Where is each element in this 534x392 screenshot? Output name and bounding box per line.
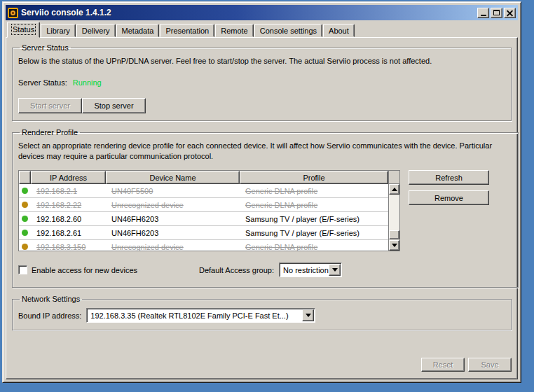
minimize-button[interactable] [477, 8, 489, 18]
maximize-icon [493, 10, 500, 15]
tab-label: Presentation [165, 27, 209, 35]
close-icon [507, 10, 513, 16]
renderer-profile-group-title: Renderer Profile [20, 128, 80, 136]
device-table-body: 192.168.2.1 UN40F5500 Generic DLNA profi… [19, 184, 388, 251]
column-header-profile[interactable]: Profile [240, 171, 388, 184]
device-table-scrollbar[interactable] [388, 171, 399, 251]
device-status-dot-icon [22, 188, 28, 194]
tab-metadata[interactable]: Metadata [116, 24, 160, 37]
device-ip-cell: 192.168.3.150 [31, 243, 106, 251]
server-status-value: Running [73, 78, 102, 87]
remove-button[interactable]: Remove [409, 190, 489, 205]
footer-button-bar: Reset Save [12, 358, 512, 372]
arrow-down-icon [392, 244, 397, 247]
tab-label: Delivery [82, 27, 110, 35]
minimize-icon [481, 15, 486, 16]
device-table-header: IP Address Device Name Profile [19, 171, 388, 184]
refresh-button[interactable]: Refresh [409, 170, 489, 185]
tab-console-settings[interactable]: Console settings [254, 24, 322, 37]
chevron-down-icon [332, 268, 338, 272]
default-access-group-value: No restriction [280, 266, 329, 274]
table-row[interactable]: 192.168.3.150 Unrecognized device Generi… [19, 240, 388, 251]
server-status-label: Server Status: [18, 78, 67, 87]
scrollbar-track[interactable] [389, 195, 399, 240]
device-status-cell [19, 244, 31, 250]
tab-about[interactable]: About [323, 24, 355, 37]
device-name-cell: Unrecognized device [106, 201, 240, 209]
tab-delivery[interactable]: Delivery [76, 24, 116, 37]
tab-label: About [329, 27, 349, 35]
save-button[interactable]: Save [468, 358, 512, 372]
enable-access-label: Enable access for new devices [32, 266, 137, 274]
device-ip-cell: 192.168.2.22 [31, 201, 106, 209]
column-header-status[interactable] [19, 171, 31, 184]
start-server-button[interactable]: Start server [18, 98, 82, 113]
table-row[interactable]: 192.168.2.1 UN40F5500 Generic DLNA profi… [19, 184, 388, 198]
tab-status[interactable]: Status [7, 22, 40, 38]
scrollbar-corner [389, 171, 399, 184]
device-ip-cell: 192.168.2.61 [31, 229, 106, 237]
stop-server-button[interactable]: Stop server [82, 98, 146, 113]
bound-ip-dropdown[interactable]: 192.168.3.35 (Realtek RTL8102E Family PC… [86, 308, 315, 323]
scroll-up-button[interactable] [389, 184, 399, 195]
table-row[interactable]: 192.168.2.61 UN46FH6203 Samsung TV / pla… [19, 226, 388, 240]
tab-label: Console settings [260, 27, 317, 35]
device-table: IP Address Device Name Profile 192.168.2… [18, 170, 400, 251]
device-name-cell: UN46FH6203 [106, 229, 240, 237]
device-ip-cell: 192.168.2.1 [31, 187, 106, 195]
reset-button[interactable]: Reset [421, 358, 465, 372]
bound-ip-value: 192.168.3.35 (Realtek RTL8102E Family PC… [87, 312, 302, 320]
renderer-profile-group: Renderer Profile Select an appropriate r… [12, 128, 519, 288]
scroll-down-button[interactable] [389, 240, 399, 251]
scrollbar-thumb[interactable] [389, 230, 399, 239]
window-title: Serviio console 1.4.1.2 [21, 8, 474, 18]
tab-bar: StatusLibraryDeliveryMetadataPresentatio… [6, 20, 518, 37]
serviio-app-icon [8, 8, 18, 18]
device-ip-cell: 192.168.2.60 [31, 215, 106, 223]
status-tab-panel: Server Status Below is the status of the… [6, 37, 518, 379]
device-name-cell: Unrecognized device [106, 243, 240, 251]
tab-library[interactable]: Library [41, 24, 76, 37]
device-status-dot-icon [22, 244, 28, 250]
device-profile-cell: Generic DLNA profile [240, 201, 388, 209]
renderer-profile-description: Select an appropriate rendering device p… [18, 141, 512, 162]
desktop-background: Serviio console 1.4.1.2 StatusLibraryDel… [0, 0, 534, 392]
tab-remote[interactable]: Remote [215, 24, 254, 37]
tab-label: Status [13, 25, 34, 34]
arrow-up-icon [392, 188, 397, 191]
title-bar[interactable]: Serviio console 1.4.1.2 [6, 5, 518, 20]
device-status-dot-icon [22, 230, 28, 236]
window-controls [477, 8, 516, 18]
close-button[interactable] [504, 8, 516, 18]
server-status-group-title: Server Status [20, 43, 71, 52]
network-settings-group: Network Settings Bound IP address: 192.1… [12, 295, 512, 330]
tab-presentation[interactable]: Presentation [160, 24, 214, 37]
device-profile-cell: Samsung TV / player (E/F-series) [240, 229, 388, 237]
tab-label: Metadata [122, 27, 154, 35]
default-access-group-dropdown[interactable]: No restriction [279, 262, 342, 277]
device-profile-cell: Generic DLNA profile [240, 187, 388, 195]
column-header-ip-address[interactable]: IP Address [31, 171, 106, 184]
enable-access-checkbox[interactable] [18, 265, 27, 274]
tab-label: Library [46, 27, 70, 35]
dropdown-arrow-button[interactable] [329, 264, 341, 276]
table-row[interactable]: 192.168.2.22 Unrecognized device Generic… [19, 198, 388, 212]
dropdown-arrow-button[interactable] [302, 309, 314, 321]
bound-ip-label: Bound IP address: [18, 312, 81, 320]
column-header-device-name[interactable]: Device Name [106, 171, 240, 184]
app-window: Serviio console 1.4.1.2 StatusLibraryDel… [2, 1, 521, 383]
device-status-cell [19, 188, 31, 194]
device-status-cell [19, 230, 31, 236]
table-row[interactable]: 192.168.2.60 UN46FH6203 Samsung TV / pla… [19, 212, 388, 226]
server-status-description: Below is the status of the UPnP/DLNA ser… [18, 56, 505, 66]
device-profile-cell: Generic DLNA profile [240, 243, 388, 251]
default-access-group-label: Default Access group: [199, 266, 274, 274]
device-status-dot-icon [22, 216, 28, 222]
device-status-cell [19, 202, 31, 208]
network-settings-group-title: Network Settings [20, 295, 82, 303]
maximize-button[interactable] [491, 8, 502, 18]
device-status-dot-icon [22, 202, 28, 208]
device-name-cell: UN46FH6203 [106, 215, 240, 223]
chevron-down-icon [306, 314, 311, 317]
device-status-cell [19, 216, 31, 222]
